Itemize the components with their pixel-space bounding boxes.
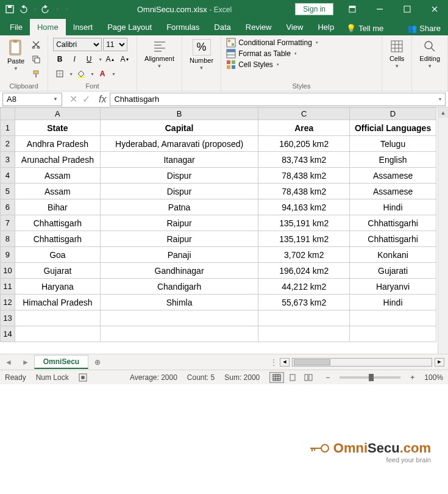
cell[interactable]: Gujarati [350,263,436,279]
fill-color-button[interactable] [74,67,88,81]
number-format-button[interactable]: % Number ▼ [187,38,216,72]
cell[interactable]: Assam [15,184,100,199]
cell[interactable] [15,326,100,342]
cell[interactable]: 135,191 km2 [258,231,350,247]
cell[interactable]: Haryana [15,279,100,295]
cell[interactable]: Assamese [350,168,436,184]
cell[interactable]: Official Languages [350,120,436,136]
row-header[interactable]: 3 [1,152,15,168]
cell[interactable] [100,310,258,326]
cell[interactable]: Hyderabad, Amaravati (proposed) [100,136,258,152]
cell[interactable]: Bihar [15,199,100,215]
italic-button[interactable]: I [68,52,81,66]
share-button[interactable]: 👥Share [402,21,446,35]
ribbon-display-options-icon[interactable] [338,0,366,18]
tab-page-layout[interactable]: Page Layout [100,19,159,35]
save-icon[interactable] [5,4,15,14]
cell-styles-button[interactable]: Cell Styles▾ [226,60,318,70]
cell[interactable]: Hindi [350,295,436,310]
cell[interactable]: Chhattisgarhi [350,231,436,247]
cell[interactable]: Goa [15,247,100,263]
vertical-scrollbar[interactable]: ▲ [438,107,448,354]
cell[interactable]: 83,743 km2 [258,152,350,168]
cell[interactable]: Area [258,120,350,136]
column-header[interactable]: D [350,108,436,120]
cell[interactable]: Haryanvi [350,279,436,295]
page-layout-view-button[interactable] [285,372,300,383]
cell[interactable]: Chhattisgarhi [350,215,436,231]
row-header[interactable]: 11 [1,279,15,295]
font-name-select[interactable]: Calibri [53,38,102,51]
fx-icon[interactable]: fx [95,94,110,105]
cut-button[interactable] [29,38,43,51]
page-break-view-button[interactable] [301,372,316,383]
decrease-font-button[interactable]: A▼ [118,52,132,66]
editing-button[interactable]: Editing ▼ [417,38,443,70]
cell[interactable]: Arunachal Pradesh [15,152,100,168]
cell[interactable]: Raipur [100,231,258,247]
redo-icon[interactable] [41,4,51,14]
cell[interactable]: Chhattisgarh [15,231,100,247]
cell[interactable]: Assamese [350,184,436,199]
normal-view-button[interactable] [269,372,284,383]
borders-button[interactable] [53,67,66,81]
copy-button[interactable] [29,52,43,66]
undo-icon[interactable] [18,4,28,14]
font-color-button[interactable]: A [96,67,109,81]
scroll-left-icon[interactable]: ◄ [280,358,290,367]
minimize-button[interactable] [366,0,393,18]
qat-customize-icon[interactable]: ▼ [65,7,69,12]
conditional-formatting-button[interactable]: Conditional Formatting▾ [226,38,318,48]
cell[interactable]: Dispur [100,168,258,184]
row-header[interactable]: 7 [1,215,15,231]
paste-button[interactable]: Paste ▼ [5,38,27,73]
tab-formulas[interactable]: Formulas [159,19,207,35]
format-painter-button[interactable] [29,67,43,81]
maximize-button[interactable] [393,0,421,18]
column-header[interactable]: B [100,108,258,120]
undo-dropdown-icon[interactable]: ▼ [33,7,37,12]
row-header[interactable]: 2 [1,136,15,152]
cell[interactable] [350,310,436,326]
cell[interactable]: Panaji [100,247,258,263]
cell[interactable]: Gandhinagar [100,263,258,279]
tab-data[interactable]: Data [207,19,238,35]
row-header[interactable]: 10 [1,263,15,279]
cell[interactable]: 78,438 km2 [258,184,350,199]
cell[interactable]: Chhattisgarh [15,215,100,231]
cell[interactable]: Shimla [100,295,258,310]
cell[interactable] [350,326,436,342]
cell[interactable]: 3,702 km2 [258,247,350,263]
new-sheet-button[interactable]: ⊕ [88,358,107,367]
zoom-in-button[interactable]: + [410,373,414,382]
cell[interactable]: 44,212 km2 [258,279,350,295]
formula-input[interactable]: Chhattisgarh▾ [110,93,446,106]
cell[interactable]: Chandigarh [100,279,258,295]
select-all-corner[interactable] [1,108,15,120]
alignment-button[interactable]: Alignment ▼ [142,38,177,70]
cell[interactable]: Konkani [350,247,436,263]
cell[interactable]: 78,438 km2 [258,168,350,184]
sheet-nav-prev[interactable]: ◄ [0,358,17,367]
signin-button[interactable]: Sign in [295,3,333,15]
cell[interactable]: Gujarat [15,263,100,279]
zoom-level[interactable]: 100% [424,373,443,382]
cell[interactable] [100,326,258,342]
zoom-slider[interactable] [340,376,400,379]
horizontal-scrollbar[interactable] [292,358,432,367]
cell[interactable]: Patna [100,199,258,215]
increase-font-button[interactable]: A▲ [104,52,117,66]
cell[interactable] [258,310,350,326]
sheet-tab[interactable]: OmniSecu [34,355,88,369]
tellme-button[interactable]: 💡Tell me [341,21,388,35]
close-button[interactable] [421,0,448,18]
name-box[interactable]: A8▼ [2,93,62,106]
cell[interactable]: 94,163 km2 [258,199,350,215]
cells-button[interactable]: Cells ▼ [387,38,407,70]
row-header[interactable]: 9 [1,247,15,263]
cell[interactable]: Telugu [350,136,436,152]
cancel-formula-icon[interactable]: ✕ [69,93,77,105]
cell[interactable] [15,310,100,326]
row-header[interactable]: 6 [1,199,15,215]
zoom-out-button[interactable]: − [325,373,330,382]
